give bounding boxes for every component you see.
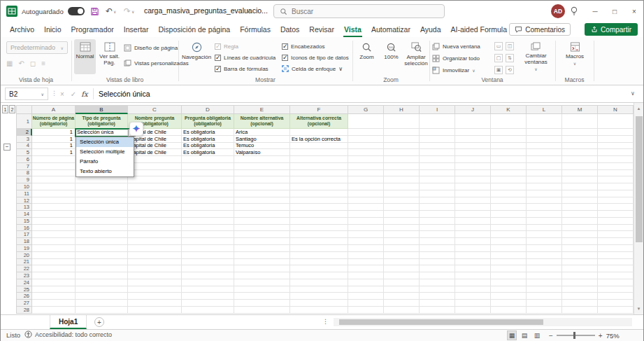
column-header-N[interactable]: N (598, 105, 634, 114)
cell-D23[interactable] (182, 272, 234, 279)
cell-F10[interactable] (290, 183, 348, 190)
cell-F14[interactable] (290, 211, 348, 218)
row-header-5[interactable]: 5 (16, 149, 32, 156)
cell-G24[interactable] (348, 279, 384, 286)
cell-L1[interactable] (527, 114, 562, 129)
row-header-26[interactable]: 26 (16, 293, 32, 300)
cell-H6[interactable] (384, 156, 420, 163)
cell-K1[interactable] (491, 114, 527, 129)
row-header-23[interactable]: 23 (16, 272, 32, 279)
cell-N1[interactable] (598, 114, 634, 129)
cell-G25[interactable] (348, 286, 384, 293)
cell-B23[interactable] (76, 272, 128, 279)
row-header-9[interactable]: 9 (16, 176, 32, 183)
cell-B21[interactable] (76, 259, 128, 266)
cell-N3[interactable] (598, 136, 634, 143)
cell-F17[interactable] (290, 231, 348, 238)
cell-I7[interactable] (420, 163, 455, 170)
cell-L23[interactable] (527, 272, 562, 279)
cell-K12[interactable] (491, 197, 527, 204)
cell-F11[interactable] (290, 190, 348, 197)
cell-H15[interactable] (384, 218, 420, 225)
cell-C7[interactable] (128, 163, 182, 170)
cell-C25[interactable] (128, 286, 182, 293)
lightbulb-icon[interactable] (570, 5, 578, 18)
cell-D3[interactable]: Es obligatoria (182, 136, 234, 143)
cell-N26[interactable] (598, 293, 634, 300)
cell-H10[interactable] (384, 183, 420, 190)
cell-D12[interactable] (182, 197, 234, 204)
close-button[interactable]: × (624, 1, 644, 22)
ribbon-tab-archivo[interactable]: Archivo (5, 22, 39, 37)
cell-L3[interactable] (527, 136, 562, 143)
cell-K16[interactable] (491, 225, 527, 232)
outline-level-2[interactable]: 2 (9, 105, 15, 113)
cell-G9[interactable] (348, 176, 384, 183)
cell-K23[interactable] (491, 272, 527, 279)
cell-D25[interactable] (182, 286, 234, 293)
cell-C12[interactable] (128, 197, 182, 204)
cell-F22[interactable] (290, 265, 348, 272)
column-header-M[interactable]: M (562, 105, 598, 114)
cell-G22[interactable] (348, 265, 384, 272)
cell-B14[interactable] (76, 211, 128, 218)
scroll-up-icon[interactable]: ▲ (634, 104, 643, 113)
exit-sheet-view-icon[interactable]: ↶ (18, 60, 24, 67)
checkbox-barra-de-formulas[interactable]: Barra de fórmulas (215, 64, 276, 73)
cell-F16[interactable] (290, 225, 348, 232)
cell-G15[interactable] (348, 218, 384, 225)
zoom-level[interactable]: 75% (606, 332, 620, 340)
cell-I23[interactable] (420, 272, 455, 279)
row-header-22[interactable]: 22 (16, 265, 32, 272)
cell-H4[interactable] (384, 143, 420, 150)
cell-C19[interactable] (128, 245, 182, 252)
cell-A14[interactable] (32, 211, 76, 218)
row-header-18[interactable]: 18 (16, 238, 32, 245)
cell-A18[interactable] (32, 238, 76, 245)
cell-H17[interactable] (384, 231, 420, 238)
page-layout-view-button[interactable]: Diseño de página (124, 44, 178, 52)
zoom-selection-button[interactable]: Ampliar selección (404, 39, 428, 74)
cell-J24[interactable] (455, 279, 491, 286)
cell-K9[interactable] (491, 176, 527, 183)
cell-E10[interactable] (234, 183, 290, 190)
cell-J8[interactable] (455, 170, 491, 177)
cell-A22[interactable] (32, 265, 76, 272)
cell-L10[interactable] (527, 183, 562, 190)
cell-G12[interactable] (348, 197, 384, 204)
navigation-button[interactable]: Navegación (182, 39, 211, 74)
cell-N15[interactable] (598, 218, 634, 225)
cell-M6[interactable] (562, 156, 598, 163)
row-header-6[interactable]: 6 (16, 156, 32, 163)
cell-F23[interactable] (290, 272, 348, 279)
cell-D1[interactable]: Pregunta obligatoria(obligatorio) (182, 114, 234, 129)
confirm-entry-icon[interactable]: ✓ (68, 88, 79, 100)
cell-I3[interactable] (420, 136, 455, 143)
cell-J5[interactable] (455, 149, 491, 156)
cell-H14[interactable] (384, 211, 420, 218)
cell-I21[interactable] (420, 259, 455, 266)
cell-G14[interactable] (348, 211, 384, 218)
cell-G20[interactable] (348, 252, 384, 259)
cell-D22[interactable] (182, 265, 234, 272)
cell-K15[interactable] (491, 218, 527, 225)
row-header-12[interactable]: 12 (16, 197, 32, 204)
zoom-button[interactable]: Zoom (355, 39, 378, 74)
cell-G11[interactable] (348, 190, 384, 197)
cell-D14[interactable] (182, 211, 234, 218)
cell-E5[interactable]: Valparaíso (234, 149, 290, 156)
sheet-view-options-icon[interactable]: ≡ (41, 60, 45, 67)
cell-A23[interactable] (32, 272, 76, 279)
cell-H28[interactable] (384, 307, 420, 314)
row-header-3[interactable]: 3 (16, 136, 32, 143)
cell-I28[interactable] (420, 307, 455, 314)
cell-A13[interactable] (32, 204, 76, 211)
column-header-G[interactable]: G (348, 105, 384, 114)
cell-K27[interactable] (491, 300, 527, 307)
save-icon[interactable] (90, 5, 99, 18)
cell-C20[interactable] (128, 252, 182, 259)
cell-N4[interactable] (598, 143, 634, 150)
column-header-F[interactable]: F (290, 105, 348, 114)
row-header-15[interactable]: 15 (16, 218, 32, 225)
cell-C17[interactable] (128, 231, 182, 238)
